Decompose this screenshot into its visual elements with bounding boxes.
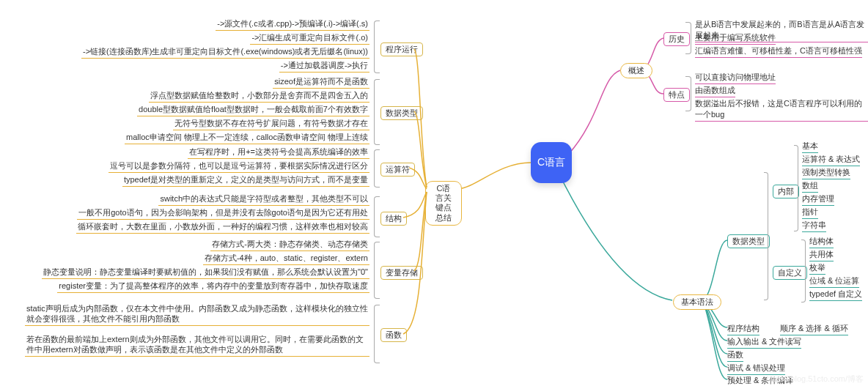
bracket-history — [685, 22, 691, 54]
op-0: 在写程序时，用+=这类符号会提高系统编译的效率 — [188, 146, 369, 159]
inner-5: 指针 — [802, 207, 818, 219]
hub-op[interactable]: 运算符 — [380, 163, 415, 177]
bracket-store — [374, 242, 380, 299]
primary-overview[interactable]: 概述 — [620, 63, 652, 78]
store-3: register变量：为了提高整体程序的效率，将内存中的变量放到寄存器中，加快存… — [57, 281, 369, 293]
inner-0: 基本 — [802, 141, 818, 153]
bracket-features — [685, 76, 691, 111]
inner-6: 字符串 — [802, 220, 826, 232]
hub-keyfunc[interactable]: 函数 — [380, 328, 407, 342]
types-1: 浮点型数据赋值给整数时，小数部分是舍弃而不是四舍五入的 — [149, 90, 369, 103]
hub-types[interactable]: 数据类型 — [380, 106, 423, 120]
inner-3: 数组 — [802, 180, 818, 193]
custom-2: 枚举 — [809, 262, 825, 275]
bracket-types — [374, 79, 380, 145]
primary-keypoints-label: C语言关 键点总结 — [435, 184, 452, 222]
hub-store[interactable]: 变量存储 — [380, 266, 423, 280]
kstruct-2: 循环嵌套时，大数在里面，小数放外面，一种好的编程习惯，这样效率也相对较高 — [76, 221, 369, 234]
op-1: 逗号可以是参数分隔符，也可以是逗号运算符，要根据实际情况进行区分 — [108, 160, 369, 173]
syntax-io: 输入输出 & 文件读写 — [727, 336, 801, 349]
hub-run[interactable]: 程序运行 — [380, 42, 423, 56]
run-1: ->汇编生成可重定向目标文件(.o) — [250, 32, 369, 45]
syntax-struct: 程序结构 — [727, 323, 760, 335]
central-node[interactable]: C语言 — [531, 142, 572, 183]
bracket-op — [374, 149, 380, 188]
watermark: https://blog.51cto.com/博客 — [766, 374, 864, 385]
kstruct-0: switch中的表达式只能是字符型或者整型，其他类型不可以 — [158, 193, 369, 206]
bracket-inner — [794, 145, 798, 231]
bracket-run — [374, 21, 380, 73]
types-0: sizeof是运算符而不是函数 — [273, 76, 369, 89]
history-item-1: 主要用于编写系统软件 — [695, 32, 776, 45]
syntax-func: 函数 — [727, 349, 743, 362]
feature-item-2: 数据溢出后不报错，这是C语言程序可以利用的一个bug — [695, 98, 868, 122]
inner-2: 强制类型转换 — [802, 167, 850, 179]
run-3: ->通过加载器调度->执行 — [279, 60, 369, 73]
primary-keypoints[interactable]: C语言关 键点总结 — [425, 181, 462, 226]
run-0: ->源文件(.c或者.cpp)->预编译(.i)->编译(.s) — [216, 18, 369, 31]
kstruct-1: 一般不用goto语句，因为会影响架构，但是并没有去除goto语句是因为它还有用处 — [77, 207, 369, 220]
store-0: 存储方式-两大类：静态存储类、动态存储类 — [210, 239, 369, 251]
op-2: typedef是对类型的重新定义，定义的是类型与访问方式，而不是变量 — [122, 174, 369, 187]
history-item-2: 汇编语言难懂、可移植性差，C语言可移植性强 — [695, 45, 862, 58]
store-1: 存储方式-4种，auto、static、register、extern — [203, 253, 369, 265]
run-2: ->链接(连接函数库)生成非可重定向目标文件(.exe(windows)或者无后… — [81, 46, 369, 59]
custom-0: 结构体 — [809, 236, 834, 248]
central-label: C语言 — [537, 157, 565, 168]
types-3: 无符号型数据不存在符号扩展问题，有符号数据才存在 — [173, 118, 369, 130]
custom-3: 位域 & 位运算 — [809, 275, 859, 288]
custom-1: 共用体 — [809, 249, 834, 261]
custom-4: typedef 自定义 — [809, 289, 862, 301]
bracket-custom — [801, 240, 806, 303]
kfunc-0: static声明后成为内部函数，仅在本文件中使用。内部函数又成为静态函数，这样模… — [25, 303, 369, 326]
bracket-keyfunc — [374, 305, 380, 363]
bracket-keystruct — [374, 196, 380, 237]
hub-keystruct[interactable]: 结构 — [380, 212, 407, 226]
bracket-datatype — [764, 172, 768, 300]
kfunc-1: 若在函数的最前端加上extern则成为外部函数，其他文件可以调用它。同时，在需要… — [25, 334, 369, 357]
inner-4: 内存管理 — [802, 193, 834, 206]
feature-item-1: 由函数组成 — [695, 85, 735, 97]
types-4: malloc申请空间 物理上不一定连续，calloc函数申请空间 物理上连续 — [125, 132, 369, 144]
primary-syntax[interactable]: 基本语法 — [673, 294, 721, 310]
feature-item-0: 可以直接访问物理地址 — [695, 72, 776, 84]
store-2: 静态变量说明：静态变量编译时要赋初值的，如果我们没有赋值，那么系统会默认设置为"… — [42, 267, 369, 279]
syntax-struct-note: 顺序 & 选择 & 循环 — [780, 323, 848, 335]
inner-1: 运算符 & 表达式 — [802, 154, 860, 166]
types-2: double型数据赋值给float型数据时，一般会截取前面7个有效数字 — [137, 104, 369, 116]
